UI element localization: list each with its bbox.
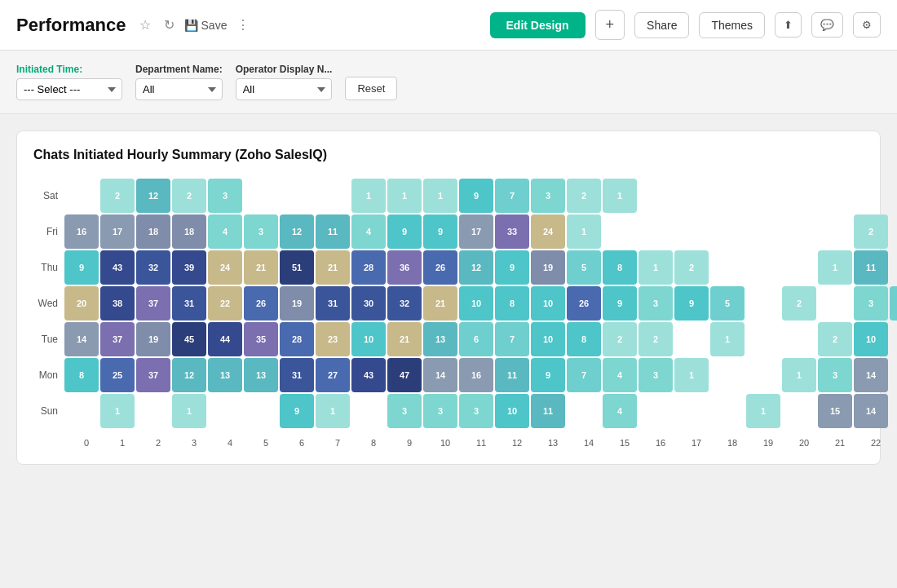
heatmap-cell[interactable]: 13 xyxy=(423,322,457,356)
heatmap-cell[interactable]: 26 xyxy=(244,286,278,321)
heatmap-cell[interactable]: 33 xyxy=(495,214,529,249)
heatmap-cell[interactable]: 39 xyxy=(172,250,206,285)
heatmap-cell[interactable]: 3 xyxy=(531,179,565,213)
heatmap-cell[interactable]: 13 xyxy=(244,358,278,392)
heatmap-cell[interactable]: 1 xyxy=(316,394,350,428)
heatmap-cell[interactable]: 1 xyxy=(746,394,780,428)
heatmap-cell[interactable]: 13 xyxy=(208,358,242,392)
heatmap-cell[interactable]: 1 xyxy=(172,394,206,428)
heatmap-cell[interactable]: 11 xyxy=(316,214,350,249)
heatmap-cell[interactable]: 9 xyxy=(459,179,493,213)
heatmap-cell[interactable]: 21 xyxy=(316,250,350,285)
heatmap-cell[interactable]: 4 xyxy=(603,358,637,392)
heatmap-cell[interactable]: 21 xyxy=(423,286,457,321)
heatmap-cell[interactable]: 18 xyxy=(172,214,206,249)
heatmap-cell[interactable]: 16 xyxy=(459,358,493,392)
initiated-time-select[interactable]: --- Select --- xyxy=(16,78,122,100)
heatmap-cell[interactable]: 8 xyxy=(567,322,601,356)
heatmap-cell[interactable]: 17 xyxy=(100,214,135,249)
heatmap-cell[interactable]: 2 xyxy=(639,322,673,356)
star-icon[interactable]: ☆ xyxy=(136,15,154,34)
heatmap-cell[interactable]: 26 xyxy=(567,286,601,321)
heatmap-cell[interactable]: 18 xyxy=(136,214,170,249)
heatmap-cell[interactable]: 3 xyxy=(854,286,888,321)
heatmap-cell[interactable]: 19 xyxy=(531,250,565,285)
heatmap-cell[interactable]: 3 xyxy=(244,214,278,249)
heatmap-cell[interactable]: 27 xyxy=(316,358,350,392)
heatmap-cell[interactable]: 31 xyxy=(172,286,206,321)
heatmap-cell[interactable]: 9 xyxy=(603,286,637,321)
heatmap-cell[interactable]: 9 xyxy=(495,250,529,285)
heatmap-cell[interactable]: 1 xyxy=(603,179,637,213)
heatmap-cell[interactable]: 7 xyxy=(495,322,529,356)
heatmap-cell[interactable]: 10 xyxy=(495,394,529,428)
heatmap-cell[interactable]: 43 xyxy=(100,250,135,285)
heatmap-cell[interactable]: 24 xyxy=(531,214,565,249)
heatmap-cell[interactable]: 3 xyxy=(387,394,422,428)
heatmap-cell[interactable]: 1 xyxy=(423,179,457,213)
settings-icon[interactable]: ⚙ xyxy=(853,12,881,38)
add-button[interactable]: + xyxy=(595,10,625,40)
heatmap-cell[interactable]: 8 xyxy=(495,286,529,321)
heatmap-cell[interactable]: 32 xyxy=(387,286,422,321)
heatmap-cell[interactable]: 45 xyxy=(172,322,206,356)
heatmap-cell[interactable]: 3 xyxy=(818,358,852,392)
heatmap-cell[interactable]: 8 xyxy=(64,358,99,392)
heatmap-cell[interactable]: 37 xyxy=(136,358,170,392)
heatmap-cell[interactable]: 7 xyxy=(567,358,601,392)
heatmap-cell[interactable]: 2 xyxy=(100,179,135,213)
heatmap-cell[interactable]: 35 xyxy=(244,322,278,356)
heatmap-cell[interactable]: 4 xyxy=(351,214,386,249)
save-button[interactable]: 💾 Save xyxy=(184,19,228,32)
heatmap-cell[interactable]: 2 xyxy=(603,322,637,356)
heatmap-cell[interactable]: 47 xyxy=(387,358,422,392)
heatmap-cell[interactable]: 5 xyxy=(710,286,745,321)
heatmap-cell[interactable]: 1 xyxy=(674,358,709,392)
heatmap-cell[interactable]: 9 xyxy=(531,358,565,392)
heatmap-cell[interactable]: 1 xyxy=(567,214,601,249)
heatmap-cell[interactable]: 51 xyxy=(280,250,314,285)
heatmap-cell[interactable]: 9 xyxy=(387,214,422,249)
heatmap-cell[interactable]: 10 xyxy=(459,286,493,321)
heatmap-cell[interactable]: 31 xyxy=(280,358,314,392)
heatmap-cell[interactable]: 43 xyxy=(351,358,386,392)
heatmap-cell[interactable]: 14 xyxy=(423,358,457,392)
heatmap-cell[interactable]: 9 xyxy=(280,394,314,428)
heatmap-cell[interactable]: 15 xyxy=(818,394,852,428)
heatmap-cell[interactable]: 1 xyxy=(100,394,135,428)
heatmap-cell[interactable]: 19 xyxy=(136,322,170,356)
heatmap-cell[interactable]: 3 xyxy=(208,179,242,213)
heatmap-cell[interactable]: 10 xyxy=(351,322,386,356)
more-options-icon[interactable]: ⋮ xyxy=(233,15,253,34)
heatmap-cell[interactable]: 16 xyxy=(64,214,99,249)
heatmap-cell[interactable]: 1 xyxy=(387,179,422,213)
heatmap-cell[interactable]: 20 xyxy=(64,286,99,321)
heatmap-cell[interactable]: 12 xyxy=(172,358,206,392)
heatmap-cell[interactable]: 2 xyxy=(172,179,206,213)
heatmap-cell[interactable]: 37 xyxy=(136,286,170,321)
heatmap-cell[interactable]: 21 xyxy=(387,322,422,356)
heatmap-cell[interactable]: 22 xyxy=(208,286,242,321)
heatmap-cell[interactable]: 1 xyxy=(782,358,816,392)
heatmap-cell[interactable]: 11 xyxy=(854,250,888,285)
heatmap-cell[interactable]: 14 xyxy=(64,322,99,356)
heatmap-cell[interactable]: 24 xyxy=(208,250,242,285)
heatmap-cell[interactable]: 9 xyxy=(423,214,457,249)
heatmap-cell[interactable]: 31 xyxy=(316,286,350,321)
refresh-icon[interactable]: ↻ xyxy=(161,15,178,34)
heatmap-cell[interactable]: 9 xyxy=(674,286,709,321)
heatmap-cell[interactable]: 21 xyxy=(244,250,278,285)
heatmap-cell[interactable]: 12 xyxy=(459,250,493,285)
themes-button[interactable]: Themes xyxy=(699,12,765,38)
heatmap-cell[interactable]: 1 xyxy=(351,179,386,213)
heatmap-cell[interactable]: 2 xyxy=(782,286,816,321)
reset-button[interactable]: Reset xyxy=(345,77,397,100)
heatmap-cell[interactable]: 28 xyxy=(351,250,386,285)
heatmap-cell[interactable]: 28 xyxy=(280,322,314,356)
heatmap-cell[interactable]: 12 xyxy=(280,214,314,249)
heatmap-cell[interactable]: 14 xyxy=(854,394,888,428)
heatmap-cell[interactable]: 3 xyxy=(639,358,673,392)
heatmap-cell[interactable]: 30 xyxy=(351,286,386,321)
heatmap-cell[interactable]: 25 xyxy=(100,358,135,392)
heatmap-cell[interactable]: 4 xyxy=(208,214,242,249)
